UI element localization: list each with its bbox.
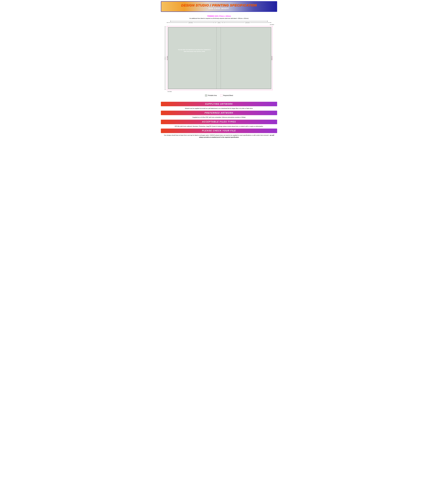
- safety-line2: 3MM FROM EDGES AND CENTRAL SPINE: [184, 51, 205, 52]
- spine-width-label: 14mm: [217, 22, 221, 23]
- acceptable-files-header: ACCEPTABLE FILES TYPES: [161, 120, 277, 124]
- acceptable-files-text: EPS file (with fonts outlined), Illustra…: [175, 126, 223, 127]
- preferred-artwork-body: Supplied as a Hi-Res PDF with fonts embe…: [161, 116, 277, 119]
- right-width-label: 129.5mm: [245, 22, 250, 23]
- safety-line1: PLEASE KEEP TEXT/IMPORTANT INFORMATION A…: [178, 49, 211, 50]
- supplying-artwork-body: Artwork can be supplied via email as a p…: [161, 107, 277, 111]
- preferred-artwork-title: PREFERRED ARTWORK: [205, 112, 233, 114]
- inner-trim-box: PLEASE KEEP TEXT/IMPORTANT INFORMATION A…: [168, 27, 271, 89]
- info-section: SUPPLYING ARTWORK Artwork can be supplie…: [161, 102, 277, 139]
- safety-text: PLEASE KEEP TEXT/IMPORTANT INFORMATION A…: [176, 49, 212, 52]
- spec-section: TRIMMED SIZE 273mm x 183mm An additional…: [161, 14, 277, 101]
- acceptable-files-note: (please include relevant fonts, or embed…: [223, 126, 263, 127]
- acceptable-files-body: EPS file (with fonts outlined), Illustra…: [161, 125, 277, 129]
- full-width-arrow-row: ◄ ►: [170, 21, 268, 22]
- bleed-top-label: 4mm Bleed: [270, 24, 274, 25]
- banner: DESIGN STUDIO / PRINTING SPECIFICATION D…: [161, 1, 277, 12]
- check-file-header: PLEASE CHECK YOUR FILE: [161, 129, 277, 133]
- bleed-bottom-label: 4mm Bleed: [167, 91, 172, 92]
- check-file-text: Your design should have at least 4mm ove…: [164, 134, 269, 136]
- acceptable-files-title: ACCEPTABLE FILES TYPES: [202, 121, 236, 123]
- supplying-artwork-header: SUPPLYING ARTWORK: [161, 102, 277, 106]
- banner-subtitle: DVD CASE INSERT: [208, 8, 230, 10]
- supplying-artwork-title: SUPPLYING ARTWORK: [205, 103, 233, 105]
- diagram-area: ▲ 183mm ▼ 4mm Bleed 4mm Bleed 4mm Bleed …: [163, 24, 275, 93]
- preferred-artwork-text: Supplied as a Hi-Res PDF with fonts embe…: [192, 117, 222, 118]
- banner-title: DESIGN STUDIO / PRINTING SPECIFICATION: [181, 3, 257, 7]
- dimension-arrows: ◄ ► ◄ 129.5mm ► ◄ 14mm ► ◄ 129.5mm ►: [163, 20, 275, 24]
- supplying-artwork-text: Artwork can be supplied via email as a p…: [185, 108, 253, 109]
- check-file-title: PLEASE CHECK YOUR FILE: [202, 129, 236, 132]
- printable-area-box: [205, 94, 207, 97]
- required-bleed-legend: Required Bleed: [220, 94, 233, 97]
- check-file-body: Your design should have at least 4mm ove…: [161, 134, 277, 139]
- height-arrow: ▲ 183mm ▼: [164, 26, 166, 90]
- bleed-note: An additional 4mm bleed is required on a…: [163, 18, 275, 19]
- printable-area-legend: Printable Area: [205, 94, 217, 97]
- left-width-label: 129.5mm: [188, 22, 194, 23]
- height-label: 183mm: [165, 57, 165, 59]
- legend: Printable Area Required Bleed: [163, 94, 275, 97]
- outer-bleed-box: PLEASE KEEP TEXT/IMPORTANT INFORMATION A…: [167, 26, 272, 90]
- preferred-artwork-header: PREFERRED ARTWORK: [161, 111, 277, 115]
- required-bleed-box: [220, 94, 222, 97]
- preferred-artwork-note: (Minimum picture/photo resolution of 300…: [222, 117, 246, 118]
- printable-area-label: Printable Area: [208, 95, 217, 96]
- required-bleed-label: Required Bleed: [223, 95, 233, 96]
- three-part-arrows: ◄ 129.5mm ► ◄ 14mm ► ◄ 129.5mm ►: [166, 22, 272, 23]
- trimmed-size-label: TRIMMED SIZE 273mm x 183mm: [163, 15, 275, 17]
